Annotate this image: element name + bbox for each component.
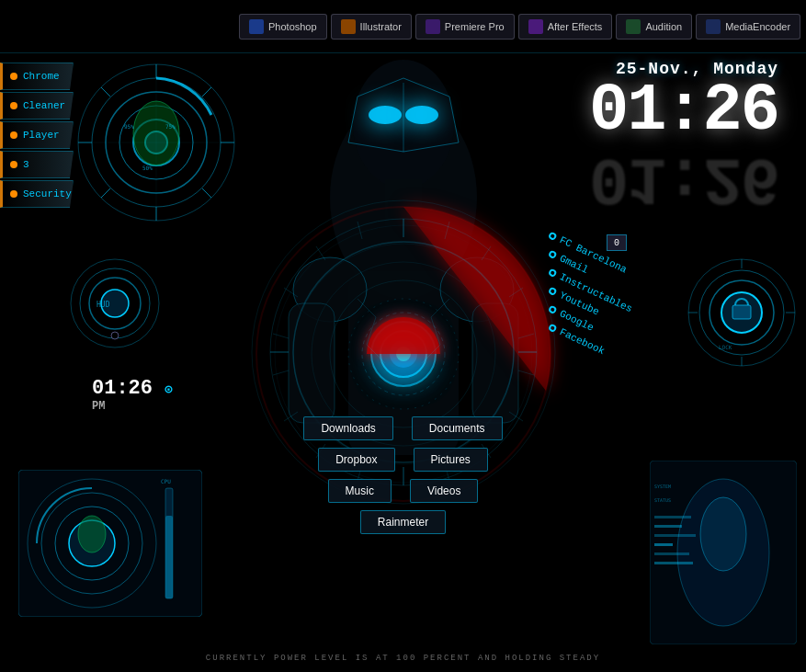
premiere-icon [426,19,440,34]
clock-time-reflection: 01:26 [589,144,778,211]
svg-rect-101 [654,562,693,564]
folder-music[interactable]: Music [328,479,392,503]
svg-rect-100 [654,552,689,555]
sidebar-item-cleaner[interactable]: Cleaner [0,92,74,120]
sidebar-item-player[interactable]: Player [0,121,74,149]
svg-line-55 [284,288,298,297]
bottom-right-hud: SYSTEM STATUS [650,461,797,644]
cleaner-dot [10,102,17,109]
taskbar-mediaencoder[interactable]: MediaEncoder [696,14,800,40]
counter-badge: 0 [607,234,627,251]
bookmark-dot [548,286,558,296]
bookmark-dot [548,304,558,314]
bookmarks-panel: FC Barcelona Gmail Instructables Youtube… [545,248,636,351]
svg-line-11 [202,188,211,198]
bookmark-dot [548,268,558,278]
taskbar-audition[interactable]: Audition [616,14,692,40]
svg-rect-89 [165,516,173,598]
svg-rect-97 [654,525,682,528]
taskbar-aftereffects[interactable]: After Effects [518,14,613,40]
svg-text:50%: 50% [142,165,153,171]
clock-time: 01:26 [589,78,778,144]
mini-clock-label: PM [92,400,173,413]
folder-row-2: Dropbox Pictures [318,448,488,472]
taskbar-premiere[interactable]: Premiere Pro [415,14,515,40]
bookmark-dot [548,231,558,241]
sidebar-item-chrome[interactable]: Chrome [0,63,74,90]
svg-rect-96 [654,516,691,518]
svg-rect-76 [732,305,751,319]
aftereffects-icon [528,19,543,34]
svg-line-54 [316,246,325,260]
svg-line-10 [101,87,110,97]
audition-icon [626,19,641,34]
photoshop-icon [249,19,264,34]
folder-row-1: Downloads Documents [303,416,502,440]
top-taskbar: Photoshop Illustrator Premiere Pro After… [0,0,806,53]
folder-row-3: Music Videos [328,479,479,503]
security-dot [10,190,17,198]
svg-rect-98 [654,534,696,537]
folder-row-4: Rainmeter [360,510,446,534]
chrome-dot [10,73,17,80]
svg-point-23 [405,106,438,124]
svg-text:SYSTEM: SYSTEM [654,484,671,489]
svg-text:75%: 75% [165,123,176,130]
svg-point-22 [369,106,402,124]
svg-rect-99 [654,543,673,546]
svg-line-50 [482,246,491,260]
folder-documents[interactable]: Documents [412,416,503,440]
svg-line-52 [518,334,534,338]
left-gauge: HUD [69,257,161,349]
svg-line-49 [445,222,449,239]
right-gauge: LOCK [687,257,797,368]
folder-buttons: Downloads Documents Dropbox Pictures Mus… [220,416,587,534]
svg-line-51 [509,288,523,297]
svg-text:STATUS: STATUS [654,497,671,503]
folder-downloads[interactable]: Downloads [303,416,392,440]
three-dot [10,161,17,168]
bookmark-dot [548,323,558,333]
svg-text:95%: 95% [124,123,134,130]
svg-text:LOCK: LOCK [719,344,732,350]
sidebar-item-security[interactable]: Security [0,180,74,208]
bookmark-dot [548,249,558,259]
clock-area: 25-Nov., Monday 01:26 01:26 [589,60,778,211]
svg-text:HUD: HUD [96,301,110,309]
taskbar-photoshop[interactable]: Photoshop [239,14,327,40]
folder-videos[interactable]: Videos [410,479,478,503]
bottom-left-hud: CPU [18,470,202,617]
svg-line-57 [273,370,289,375]
folder-pictures[interactable]: Pictures [414,448,488,472]
top-left-hud: 95% 75% 50% [74,60,239,225]
sidebar-item-three[interactable]: 3 [0,151,74,178]
mediaencoder-icon [706,19,721,34]
mini-clock: 01:26 ⊙ PM [92,377,173,413]
folder-dropbox[interactable]: Dropbox [318,448,394,472]
svg-point-93 [700,497,746,571]
taskbar-illustrator[interactable]: Illustrator [331,14,412,40]
left-sidebar: Chrome Cleaner Player 3 Security [0,53,64,208]
svg-line-12 [101,188,110,198]
svg-point-69 [111,332,119,339]
svg-line-13 [202,87,211,97]
svg-point-87 [78,516,106,552]
illustrator-icon [341,19,356,34]
svg-line-53 [358,222,362,239]
player-dot [10,131,17,139]
status-bar: CURRENTLY POWER LEVEL IS AT 100 PERCENT … [206,654,600,663]
svg-text:CPU: CPU [161,478,171,484]
mini-clock-icon: ⊙ [165,382,172,397]
svg-line-64 [518,370,534,375]
folder-rainmeter[interactable]: Rainmeter [360,510,446,534]
svg-line-56 [273,334,289,338]
